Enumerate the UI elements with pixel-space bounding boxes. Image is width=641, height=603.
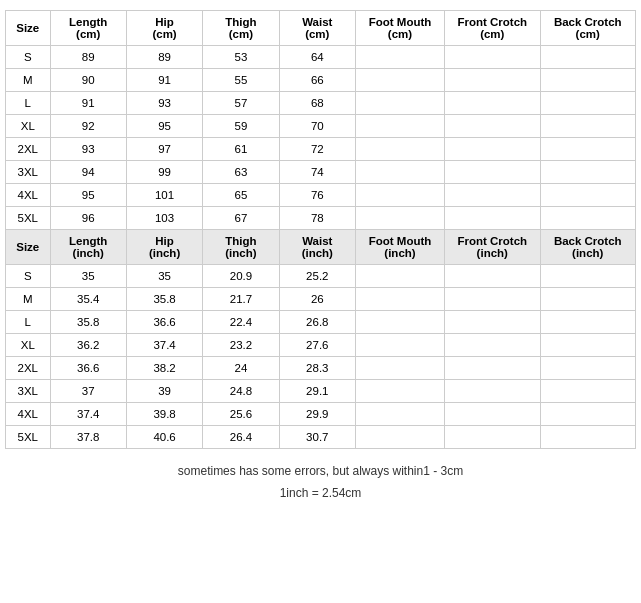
table-cell — [540, 426, 636, 449]
table-row: XL36.237.423.227.6 — [6, 334, 636, 357]
table-cell: 66 — [279, 69, 355, 92]
table-cell: 5XL — [6, 426, 51, 449]
table-cell: XL — [6, 115, 51, 138]
footer-line2: 1inch = 2.54cm — [5, 483, 636, 505]
table-row: 5XL961036778 — [6, 207, 636, 230]
table-cell: 2XL — [6, 357, 51, 380]
table-cell — [355, 115, 444, 138]
table-cell — [445, 403, 540, 426]
table-cell — [355, 138, 444, 161]
inch-header-waist: Waist(inch) — [279, 230, 355, 265]
table-cell: 3XL — [6, 380, 51, 403]
table-cell — [445, 311, 540, 334]
table-cell — [355, 380, 444, 403]
table-cell: 4XL — [6, 184, 51, 207]
inch-header-hip: Hip(inch) — [126, 230, 202, 265]
table-cell: 90 — [50, 69, 126, 92]
page-container: Size Length(cm) Hip(cm) Thigh(cm) Waist(… — [0, 0, 641, 514]
table-cell: 38.2 — [126, 357, 202, 380]
table-cell — [355, 288, 444, 311]
inch-header-thigh: Thigh(inch) — [203, 230, 279, 265]
table-cell — [540, 115, 636, 138]
table-row: 5XL37.840.626.430.7 — [6, 426, 636, 449]
table-cell — [445, 357, 540, 380]
table-cell: 93 — [50, 138, 126, 161]
table-cell — [445, 288, 540, 311]
table-cell: 91 — [126, 69, 202, 92]
table-cell: S — [6, 46, 51, 69]
table-cell: 26.4 — [203, 426, 279, 449]
table-cell — [355, 403, 444, 426]
table-cell: 3XL — [6, 161, 51, 184]
table-cell: 37.4 — [50, 403, 126, 426]
table-cell — [445, 138, 540, 161]
cm-header-length: Length(cm) — [50, 11, 126, 46]
cm-header-back: Back Crotch(cm) — [540, 11, 636, 46]
cm-header-hip: Hip(cm) — [126, 11, 202, 46]
table-cell: S — [6, 265, 51, 288]
table-cell — [540, 311, 636, 334]
table-cell: 72 — [279, 138, 355, 161]
table-row: M35.435.821.726 — [6, 288, 636, 311]
table-cell: 36.2 — [50, 334, 126, 357]
table-cell: 37.8 — [50, 426, 126, 449]
cm-header-waist: Waist(cm) — [279, 11, 355, 46]
table-row: 4XL951016576 — [6, 184, 636, 207]
table-cell: 35 — [50, 265, 126, 288]
table-cell — [355, 426, 444, 449]
table-cell: 39 — [126, 380, 202, 403]
table-cell: 26.8 — [279, 311, 355, 334]
table-cell: 74 — [279, 161, 355, 184]
table-row: 4XL37.439.825.629.9 — [6, 403, 636, 426]
table-row: L35.836.622.426.8 — [6, 311, 636, 334]
table-cell: M — [6, 69, 51, 92]
table-cell: 97 — [126, 138, 202, 161]
table-cell — [445, 265, 540, 288]
inch-header-length: Length(inch) — [50, 230, 126, 265]
table-row: 3XL94996374 — [6, 161, 636, 184]
table-cell: 5XL — [6, 207, 51, 230]
table-cell: 94 — [50, 161, 126, 184]
cm-header-foot: Foot Mouth(cm) — [355, 11, 444, 46]
cm-table-body: S89895364M90915566L91935768XL929559702XL… — [6, 46, 636, 230]
table-cell — [355, 357, 444, 380]
table-cell: 29.1 — [279, 380, 355, 403]
table-cell: 35.8 — [50, 311, 126, 334]
table-cell — [540, 380, 636, 403]
table-cell — [540, 161, 636, 184]
table-cell: 78 — [279, 207, 355, 230]
table-cell: 76 — [279, 184, 355, 207]
table-cell: 23.2 — [203, 334, 279, 357]
table-cell: 36.6 — [50, 357, 126, 380]
table-cell — [540, 92, 636, 115]
table-cell — [540, 265, 636, 288]
table-cell: 57 — [203, 92, 279, 115]
table-cell: 63 — [203, 161, 279, 184]
table-cell — [355, 69, 444, 92]
table-row: S89895364 — [6, 46, 636, 69]
table-cell — [445, 46, 540, 69]
table-cell: 39.8 — [126, 403, 202, 426]
table-cell: 35.4 — [50, 288, 126, 311]
table-cell — [445, 161, 540, 184]
table-cell — [540, 334, 636, 357]
table-cell: 92 — [50, 115, 126, 138]
table-cell — [540, 46, 636, 69]
table-cell: 2XL — [6, 138, 51, 161]
table-cell: 99 — [126, 161, 202, 184]
table-cell — [445, 92, 540, 115]
table-cell: 30.7 — [279, 426, 355, 449]
cm-header-size: Size — [6, 11, 51, 46]
table-cell: 37.4 — [126, 334, 202, 357]
table-cell — [445, 184, 540, 207]
table-cell: XL — [6, 334, 51, 357]
table-row: S353520.925.2 — [6, 265, 636, 288]
table-cell: 53 — [203, 46, 279, 69]
table-cell: 21.7 — [203, 288, 279, 311]
table-row: 2XL36.638.22428.3 — [6, 357, 636, 380]
cm-header-thigh: Thigh(cm) — [203, 11, 279, 46]
inch-header-front: Front Crotch(inch) — [445, 230, 540, 265]
table-cell — [540, 357, 636, 380]
table-cell: L — [6, 92, 51, 115]
table-cell — [355, 334, 444, 357]
